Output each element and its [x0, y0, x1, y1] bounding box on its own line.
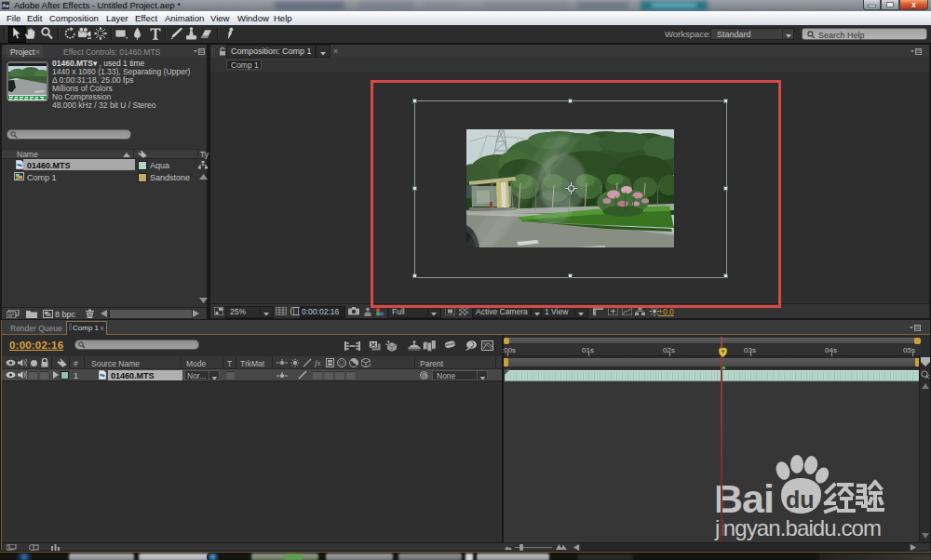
svg-text:Bai: Bai: [714, 476, 774, 521]
svg-text:du: du: [786, 487, 815, 513]
svg-text:jingyan.baidu.com: jingyan.baidu.com: [714, 515, 881, 540]
